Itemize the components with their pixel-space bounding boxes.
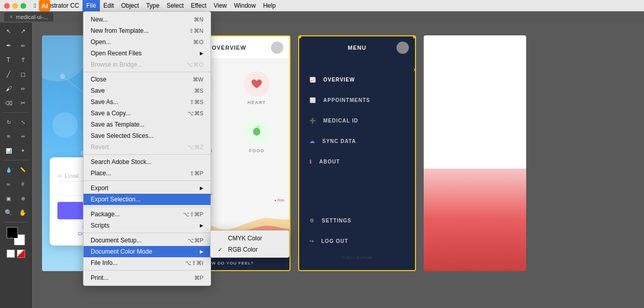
fm-export[interactable]: Export ▶ [84, 182, 211, 194]
menu-medical-id[interactable]: ➕ MEDICAL ID [299, 110, 415, 131]
tool-row-6: ⌫ ✂ [2, 96, 30, 110]
food-cell[interactable]: FOOD [229, 112, 284, 160]
scissors-tool[interactable]: ✂ [16, 96, 30, 110]
tool-row-4: ╱ ◻ [2, 68, 30, 81]
about-nav-icon: ℹ [309, 159, 312, 165]
fm-sep-6 [84, 270, 211, 271]
eyedropper-tool[interactable]: 💧 [2, 163, 15, 176]
width-tool[interactable]: ⇔ [16, 130, 30, 143]
measure-tool[interactable]: 📏 [16, 163, 30, 176]
eraser-tool[interactable]: ⌫ [2, 96, 15, 110]
blend-tool[interactable]: ∞ [2, 177, 15, 191]
fm-new-template[interactable]: New from Template... ⇧⌘N [84, 25, 211, 36]
artboard-menu: ✕ MENU 📈 OVERVIEW ⬜ APPOINTMENTS ➕ MEDIC… [298, 35, 416, 271]
left-toolbar: ↖ ↗ ✒ ✏ T T̈ ╱ ◻ 🖌 ✏ ⌫ ✂ ↻ ⤡ ≋ ⇔ [0, 23, 32, 308]
food-icon-bg [244, 119, 269, 145]
select-tool[interactable]: ↖ [2, 25, 15, 38]
tool-row-11: ∞ # [2, 177, 30, 191]
rotate-tool[interactable]: ↻ [2, 115, 15, 129]
menu-logout[interactable]: ↪ LOG OUT [299, 231, 415, 251]
heart-cell[interactable]: HEART [229, 64, 284, 112]
file-menu-item[interactable]: File [82, 0, 99, 11]
cmyk-option[interactable]: CMYK Color [211, 233, 289, 244]
fm-sep-1 [84, 72, 211, 72]
fm-print[interactable]: Print... ⌘P [84, 272, 211, 283]
heart-label: HEART [247, 100, 266, 105]
tool-row-1: ↖ ↗ [2, 25, 30, 38]
food-label: FOOD [249, 148, 264, 153]
pencil-tool[interactable]: ✏ [16, 82, 30, 95]
shape-builder-tool[interactable]: ⊕ [16, 192, 30, 205]
menu-header: MENU [299, 36, 415, 59]
rgb-check: ✓ [218, 247, 225, 253]
fm-open-recent[interactable]: Open Recent Files ▶ [84, 48, 211, 59]
window-menu-item[interactable]: Window [231, 0, 260, 11]
foreground-color-swatch[interactable] [7, 227, 18, 238]
menu-settings[interactable]: ⚙ SETTINGS [299, 210, 415, 231]
food-icon [250, 125, 264, 139]
overview-avatar [271, 42, 283, 54]
fm-package[interactable]: Package... ⌥⇧⌘P [84, 209, 211, 220]
fm-export-selection[interactable]: Export Selection... [84, 194, 211, 205]
symbol-tool[interactable]: ✦ [16, 144, 30, 157]
paintbrush-tool[interactable]: 🖌 [2, 82, 15, 95]
color-swatches[interactable] [7, 227, 25, 245]
fill-none[interactable] [7, 250, 15, 258]
fm-bridge: Browse in Bridge... ⌥⌘O [84, 59, 211, 70]
fullscreen-button[interactable] [20, 3, 26, 9]
tool-row-12: ▣ ⊕ [2, 192, 30, 205]
close-marker: ✕ [413, 67, 416, 73]
rgb-option[interactable]: ✓ RGB Color [211, 244, 289, 255]
fm-save[interactable]: Save ⌘S [84, 85, 211, 96]
close-button[interactable] [4, 3, 10, 9]
menu-about[interactable]: ℹ ABOUT [299, 151, 415, 172]
fm-save-slices[interactable]: Save Selected Slices... [84, 130, 211, 141]
select-menu-item[interactable]: Select [163, 0, 187, 11]
type-menu-item[interactable]: Type [142, 0, 163, 11]
scale-tool[interactable]: ⤡ [16, 115, 30, 129]
touch-type-tool[interactable]: T̈ [16, 53, 30, 67]
rect-tool[interactable]: ◻ [16, 68, 30, 81]
object-menu-item[interactable]: Object [117, 0, 142, 11]
menu-overview[interactable]: 📈 OVERVIEW [299, 69, 415, 90]
warp-tool[interactable]: ≋ [2, 130, 15, 143]
fm-new[interactable]: New... ⌘N [84, 14, 211, 25]
document-tab[interactable]: ✕ medical-ui-... [4, 12, 53, 22]
fm-save-as[interactable]: Save As... ⇧⌘S [84, 96, 211, 108]
effect-menu-item[interactable]: Effect [188, 0, 210, 11]
zoom-tool[interactable]: 🔍 [2, 206, 15, 219]
menu-appointments[interactable]: ⬜ APPOINTMENTS [299, 90, 415, 110]
fm-save-copy[interactable]: Save a Copy... ⌥⌘S [84, 108, 211, 119]
menu-avatar [397, 42, 409, 54]
menu-sync-data[interactable]: ☁ SYNC DATA [299, 131, 415, 151]
line-tool[interactable]: ╱ [2, 68, 15, 81]
hand-tool[interactable]: ✋ [16, 206, 30, 219]
fm-color-mode[interactable]: Document Color Mode ▶ [84, 246, 211, 257]
medical-id-nav-icon: ➕ [309, 118, 316, 124]
edit-menu-item[interactable]: Edit [100, 0, 118, 11]
fm-file-info[interactable]: File Info... ⌥⇧⌘I [84, 257, 211, 269]
fm-scripts[interactable]: Scripts ▶ [84, 220, 211, 231]
app-icon: Ai [39, 0, 50, 11]
fm-close[interactable]: Close ⌘W [84, 74, 211, 85]
tool-row-13: 🔍 ✋ [2, 206, 30, 219]
curvature-tool[interactable]: ✏ [16, 39, 30, 52]
direct-select-tool[interactable]: ↗ [16, 25, 30, 38]
help-menu-item[interactable]: Help [259, 0, 279, 11]
fm-stock[interactable]: Search Adobe Stock... [84, 156, 211, 168]
tab-close-button[interactable]: ✕ [9, 14, 13, 19]
type-tool[interactable]: T [2, 53, 15, 67]
fm-save-template[interactable]: Save as Template... [84, 119, 211, 130]
logout-nav-icon: ↪ [309, 238, 314, 244]
minimize-button[interactable] [12, 3, 18, 9]
fm-open[interactable]: Open... ⌘O [84, 36, 211, 48]
view-menu-item[interactable]: View [210, 0, 231, 11]
pen-tool[interactable]: ✒ [2, 39, 15, 52]
no-color-swatch[interactable] [17, 250, 25, 258]
column-chart-tool[interactable]: 📊 [2, 144, 15, 157]
fm-place[interactable]: Place... ⇧⌘P [84, 168, 211, 179]
gradient-tool[interactable]: ▣ [2, 192, 15, 205]
fm-doc-setup[interactable]: Document Setup... ⌥⌘P [84, 235, 211, 246]
tool-row-5: 🖌 ✏ [2, 82, 30, 95]
mesh-tool[interactable]: # [16, 177, 30, 191]
